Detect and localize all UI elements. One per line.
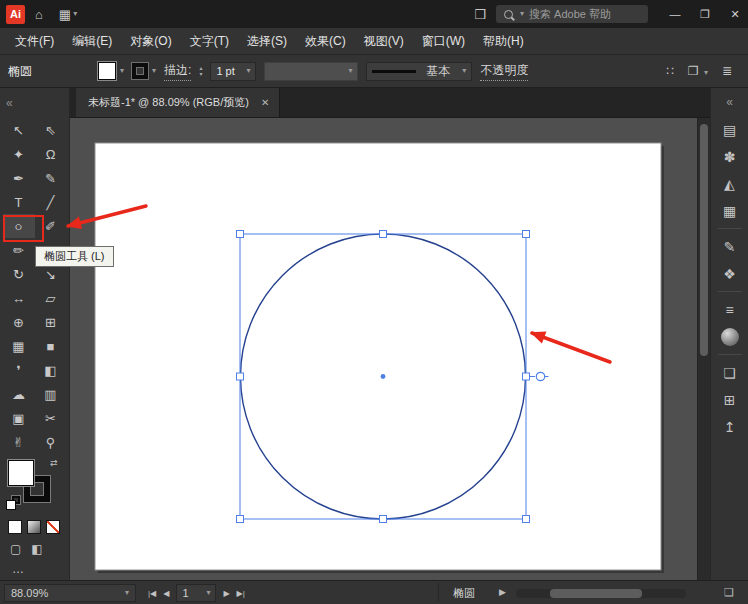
pen-tool[interactable]: ✒	[3, 166, 35, 190]
zoom-tool[interactable]: ⚲	[35, 430, 67, 454]
color-button[interactable]	[8, 520, 22, 534]
document-setup-button[interactable]: ❐ ▾	[688, 64, 708, 78]
stroke-color-control[interactable]: ▾	[132, 63, 156, 79]
close-button[interactable]: ✕	[722, 0, 748, 28]
layers-panel-icon[interactable]: ❏	[711, 359, 748, 386]
stroke-width-stepper[interactable]: ▴ ▾	[199, 65, 202, 77]
swap-fill-stroke-icon[interactable]: ⇄	[50, 458, 58, 468]
handle-top-left[interactable]	[237, 231, 244, 238]
none-button[interactable]	[46, 520, 60, 534]
previous-artboard-icon[interactable]: ◀	[163, 589, 169, 598]
perspective-grid-tool[interactable]: ⊞	[35, 310, 67, 334]
vertical-scrollbar[interactable]	[697, 118, 710, 580]
shape-builder-tool[interactable]: ⊕	[3, 310, 35, 334]
menu-view[interactable]: 视图(V)	[355, 28, 413, 54]
search-box[interactable]: ▾ 搜索 Adobe 帮助	[496, 5, 648, 23]
menu-help[interactable]: 帮助(H)	[474, 28, 533, 54]
handle-top-right[interactable]	[523, 231, 530, 238]
fill-color-swatch[interactable]	[8, 460, 34, 486]
stroke-width-field[interactable]: 1 pt ▾	[210, 62, 256, 81]
column-graph-tool[interactable]: ▥	[35, 382, 67, 406]
gradient-panel-icon[interactable]	[711, 323, 748, 350]
menu-file[interactable]: 文件(F)	[6, 28, 63, 54]
screen-mode-icon[interactable]: ◧	[31, 542, 42, 556]
vertical-scrollbar-thumb[interactable]	[700, 124, 708, 356]
line-segment-tool[interactable]: ╱	[35, 190, 67, 214]
slice-tool[interactable]: ✂	[35, 406, 67, 430]
handle-top-center[interactable]	[380, 231, 387, 238]
rotate-tool[interactable]: ↻	[3, 262, 35, 286]
swatches-panel-icon[interactable]: ▦	[711, 197, 748, 224]
zoom-level-select[interactable]: 88.09% ▾	[4, 584, 136, 602]
blend-tool[interactable]: ◧	[35, 358, 67, 382]
menu-select[interactable]: 选择(S)	[238, 28, 296, 54]
stroke-panel-link[interactable]: 描边:	[164, 62, 191, 81]
menu-edit[interactable]: 编辑(E)	[63, 28, 121, 54]
grip-icon[interactable]: ❏	[724, 586, 734, 599]
brush-definition-caret-icon: ▾	[462, 67, 466, 75]
gradient-button[interactable]	[27, 520, 41, 534]
menu-object[interactable]: 对象(O)	[121, 28, 180, 54]
canvas-viewport[interactable]	[70, 118, 697, 580]
type-tool[interactable]: T	[3, 190, 35, 214]
document-tab[interactable]: 未标题-1* @ 88.09% (RGB/预览) ✕	[76, 88, 280, 117]
handle-bottom-right[interactable]	[523, 516, 530, 523]
opacity-link[interactable]: 不透明度	[480, 62, 528, 81]
mode-buttons: ▢ ◧	[0, 534, 69, 556]
symbol-sprayer-tool[interactable]: ☁	[3, 382, 35, 406]
artboard-number-field[interactable]: 1 ▾	[176, 584, 216, 602]
color-panel-icon[interactable]: ✽	[711, 143, 748, 170]
menu-type[interactable]: 文字(T)	[181, 28, 238, 54]
brush-definition-select[interactable]: 基本 ▾	[366, 62, 472, 81]
horizontal-scrollbar-thumb[interactable]	[550, 589, 642, 598]
fill-color-control[interactable]: ▾	[98, 62, 124, 80]
artboard-tool[interactable]: ▣	[3, 406, 35, 430]
control-panel-menu-icon[interactable]: ≣	[722, 64, 732, 78]
mesh-tool[interactable]: ▦	[3, 334, 35, 358]
hand-tool[interactable]: ✌	[3, 430, 35, 454]
draw-mode-icon[interactable]: ▢	[10, 542, 21, 556]
properties-panel-icon[interactable]: ▤	[711, 116, 748, 143]
symbols-panel-icon[interactable]: ❖	[711, 260, 748, 287]
stroke-panel-icon[interactable]: ≡	[711, 296, 748, 323]
expand-panels-icon[interactable]: «	[711, 88, 748, 116]
free-transform-tool[interactable]: ▱	[35, 286, 67, 310]
center-point[interactable]	[381, 374, 386, 379]
controlbar-right-icons: ∷ ❐ ▾ ≣	[666, 64, 740, 78]
status-expand-icon[interactable]: ▶	[499, 587, 506, 597]
arrange-documents-button[interactable]: ▦ ▾	[53, 0, 83, 28]
color-guide-panel-icon[interactable]: ◭	[711, 170, 748, 197]
workspace-icon[interactable]: ❒	[468, 0, 492, 28]
menu-effect[interactable]: 效果(C)	[296, 28, 355, 54]
menu-window[interactable]: 窗口(W)	[413, 28, 474, 54]
horizontal-scrollbar[interactable]	[516, 589, 686, 598]
direct-selection-tool[interactable]: ⇖	[35, 118, 67, 142]
gradient-tool[interactable]: ■	[35, 334, 67, 358]
maximize-button[interactable]: ❐	[692, 0, 718, 28]
align-options-icon[interactable]: ∷	[666, 64, 674, 78]
curvature-tool[interactable]: ✎	[35, 166, 67, 190]
handle-bottom-center[interactable]	[380, 516, 387, 523]
caret-down-icon: ▾	[73, 10, 77, 18]
app-logo-icon[interactable]: Ai	[6, 5, 25, 24]
handle-mid-right[interactable]	[523, 373, 530, 380]
brushes-panel-icon[interactable]: ✎	[711, 233, 748, 260]
width-tool[interactable]: ↔	[3, 286, 35, 310]
artboards-panel-icon[interactable]: ⊞	[711, 386, 748, 413]
next-artboard-icon[interactable]: ▶	[223, 589, 229, 598]
tab-close-icon[interactable]: ✕	[261, 97, 269, 108]
handle-bottom-left[interactable]	[237, 516, 244, 523]
home-icon[interactable]: ⌂	[29, 0, 49, 28]
last-artboard-icon[interactable]: ▶|	[237, 589, 245, 598]
default-fill-stroke-icon[interactable]	[6, 496, 22, 509]
handle-mid-left[interactable]	[237, 373, 244, 380]
selection-tool[interactable]: ↖	[3, 118, 35, 142]
minimize-button[interactable]: —	[662, 0, 688, 28]
asset-export-panel-icon[interactable]: ↥	[711, 413, 748, 440]
magic-wand-tool[interactable]: ✦	[3, 142, 35, 166]
collapse-toolbar-icon[interactable]: «	[6, 96, 13, 110]
lasso-tool[interactable]: Ω	[35, 142, 67, 166]
eyedropper-tool[interactable]: ❜	[3, 358, 35, 382]
first-artboard-icon[interactable]: |◀	[148, 589, 156, 598]
edit-toolbar-icon[interactable]: …	[12, 562, 24, 576]
